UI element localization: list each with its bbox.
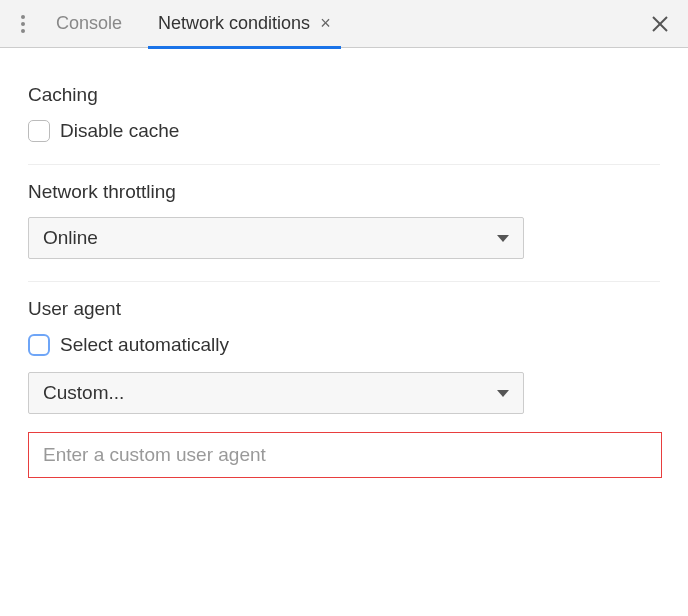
tab-label: Console: [56, 13, 122, 34]
select-automatically-label: Select automatically: [60, 334, 229, 356]
kebab-menu-icon[interactable]: [8, 0, 38, 48]
tab-console[interactable]: Console: [38, 0, 140, 48]
select-automatically-row[interactable]: Select automatically: [28, 334, 660, 356]
tab-network-conditions[interactable]: Network conditions ×: [140, 0, 349, 48]
throttling-select[interactable]: Online: [28, 217, 524, 259]
close-icon: [652, 16, 668, 32]
section-title: Network throttling: [28, 181, 660, 203]
custom-user-agent-input[interactable]: [28, 432, 662, 478]
throttling-selected-value: Online: [43, 227, 98, 249]
section-title: User agent: [28, 298, 660, 320]
throttling-section: Network throttling Online: [28, 165, 660, 282]
disable-cache-checkbox[interactable]: [28, 120, 50, 142]
network-conditions-panel: Caching Disable cache Network throttling…: [0, 48, 688, 520]
close-icon[interactable]: ×: [320, 13, 331, 34]
user-agent-section: User agent Select automatically Custom..…: [28, 282, 660, 500]
close-drawer-button[interactable]: [640, 0, 680, 48]
user-agent-select[interactable]: Custom...: [28, 372, 524, 414]
chevron-down-icon: [497, 390, 509, 397]
disable-cache-row[interactable]: Disable cache: [28, 120, 660, 142]
section-title: Caching: [28, 84, 660, 106]
select-automatically-checkbox[interactable]: [28, 334, 50, 356]
chevron-down-icon: [497, 235, 509, 242]
user-agent-selected-value: Custom...: [43, 382, 124, 404]
disable-cache-label: Disable cache: [60, 120, 179, 142]
tab-label: Network conditions: [158, 13, 310, 34]
tab-bar: Console Network conditions ×: [0, 0, 688, 48]
caching-section: Caching Disable cache: [28, 68, 660, 165]
